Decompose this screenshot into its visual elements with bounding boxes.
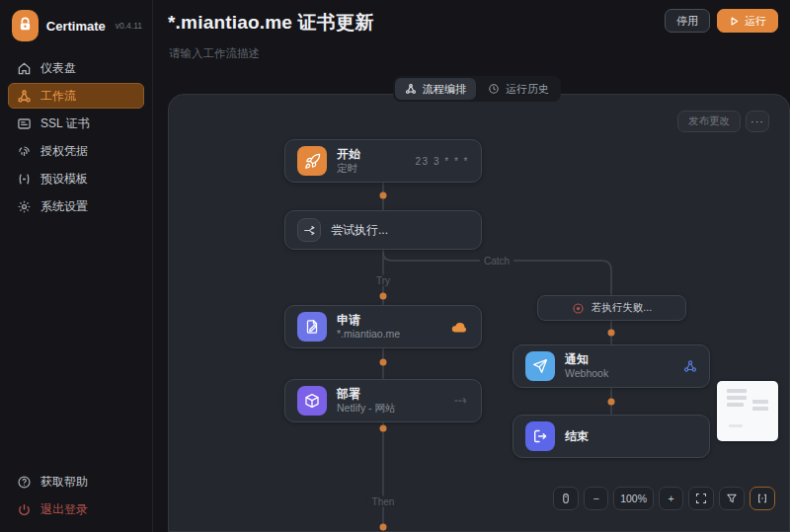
sidebar-item-label: 获取帮助 [40,474,88,491]
power-icon [17,502,32,517]
minimap-toggle-button[interactable] [750,487,775,510]
workflow-description-input[interactable]: 请输入工作流描述 [169,46,260,61]
certificate-icon [17,116,32,131]
node-subtitle: *.miantiao.me [337,328,400,342]
exit-icon [525,421,555,451]
fit-view-button[interactable] [688,487,714,510]
filter-nodes-button[interactable] [719,487,745,510]
workflow-icon [405,83,417,95]
page-title: *.miantiao.me 证书更新 [168,10,373,36]
minimap-node [727,396,747,400]
sidebar-item-help[interactable]: 获取帮助 [8,469,144,494]
branch-label-catch: Catch [480,256,514,266]
cron-expression: 23 3 * * * [416,156,469,167]
package-icon [297,386,327,416]
cloudflare-icon [451,321,469,334]
node-start[interactable]: 开始 定时 23 3 * * * [284,139,482,183]
node-title: 部署 [337,387,396,402]
node-end[interactable]: 结束 [513,415,710,458]
minimap-node [752,400,768,404]
help-icon [17,475,32,490]
fail-alert-icon [572,302,585,315]
brand-name: Certimate [46,19,106,34]
minimap-node [729,424,743,427]
node-subtitle: 定时 [337,162,360,176]
fingerprint-icon [17,144,32,159]
sidebar-item-label: 系统设置 [40,198,88,215]
sidebar-item-label: SSL 证书 [40,115,90,132]
node-title: 若执行失败... [592,301,652,314]
header-actions: 停用 运行 [665,9,778,33]
workflow-canvas[interactable]: 发布更改 ··· [168,94,790,532]
node-notify[interactable]: 通知 Webhook [513,344,710,388]
node-apply[interactable]: 申请 *.miantiao.me [284,305,482,348]
sidebar-item-dashboard[interactable]: 仪表盘 [8,55,144,81]
pause-button[interactable]: 停用 [665,9,710,33]
history-clock-icon [488,83,500,95]
sidebar-footer: 获取帮助 退出登录 [0,467,152,524]
tab-label: 流程编排 [423,82,466,97]
main-area: *.miantiao.me 证书更新 停用 运行 请输入工作流描述 流程编排 运… [153,0,790,532]
mouse-icon [560,493,572,504]
app-logo [12,10,39,41]
rocket-icon [297,146,327,176]
sidebar-item-logout[interactable]: 退出登录 [8,496,144,522]
sidebar: Certimate v0.4.11 仪表盘 工作流 SSL 证书 授权凭据 [0,0,153,532]
branch-split-icon [297,218,321,242]
sidebar-item-templates[interactable]: 预设模板 [8,166,144,191]
play-icon [729,16,740,27]
zoom-out-button[interactable]: − [584,487,608,510]
sidebar-item-label: 工作流 [40,88,76,105]
gear-icon [17,199,32,214]
webhook-icon [683,359,697,373]
sidebar-item-workflows[interactable]: 工作流 [8,83,144,109]
zoom-level-button[interactable]: 100% [613,487,654,510]
branch-label-then: Then [368,496,399,507]
brand-row: Certimate v0.4.11 [0,0,152,49]
tab-label: 运行历史 [506,82,549,97]
brackets-icon [756,493,768,504]
paper-plane-icon [525,351,555,381]
minimap-node [752,407,768,411]
workflow-icon [17,89,32,104]
sidebar-nav: 仪表盘 工作流 SSL 证书 授权凭据 预设模板 系统设置 [0,55,152,219]
sidebar-item-label: 仪表盘 [40,60,76,77]
node-title: 结束 [565,429,589,444]
node-on-fail[interactable]: 若执行失败... [537,295,686,321]
fit-corners-icon [695,493,707,504]
app-window: Certimate v0.4.11 仪表盘 工作流 SSL 证书 授权凭据 [0,0,790,532]
node-subtitle: Webhook [565,367,608,381]
home-icon [17,61,32,76]
sidebar-item-label: 授权凭据 [40,143,88,160]
node-deploy[interactable]: 部署 Netlify - 网站 [284,379,482,422]
view-tabs: 流程编排 运行历史 [393,76,561,102]
run-button[interactable]: 运行 [717,9,778,33]
sidebar-item-certificates[interactable]: SSL 证书 [8,111,144,136]
canvas-toolbar: − 100% + [553,487,775,510]
tab-run-history[interactable]: 运行历史 [478,78,559,100]
funnel-icon [726,493,738,504]
node-title: 通知 [565,352,608,367]
sidebar-item-label: 退出登录 [40,501,88,518]
more-options-button[interactable]: ··· [746,111,769,132]
pan-mode-button[interactable] [553,487,579,510]
node-title: 开始 [337,147,360,162]
app-version: v0.4.11 [116,21,142,31]
minimap-node [727,403,744,407]
tab-flow-editor[interactable]: 流程编排 [395,78,476,100]
lock-icon [17,16,34,37]
publish-changes-button[interactable]: 发布更改 [677,111,741,132]
minimap-node [727,389,747,393]
netlify-icon [453,395,469,407]
node-title: 申请 [337,313,400,328]
run-button-label: 运行 [745,14,766,29]
certificate-request-icon [297,312,327,342]
zoom-in-button[interactable]: + [659,487,683,510]
node-try-block[interactable]: 尝试执行... [284,210,482,250]
node-subtitle: Netlify - 网站 [337,402,396,416]
sidebar-item-credentials[interactable]: 授权凭据 [8,138,144,164]
node-title: 尝试执行... [331,223,388,238]
sidebar-item-settings[interactable]: 系统设置 [8,193,144,219]
sidebar-item-label: 预设模板 [40,171,88,188]
minimap[interactable] [717,381,778,441]
